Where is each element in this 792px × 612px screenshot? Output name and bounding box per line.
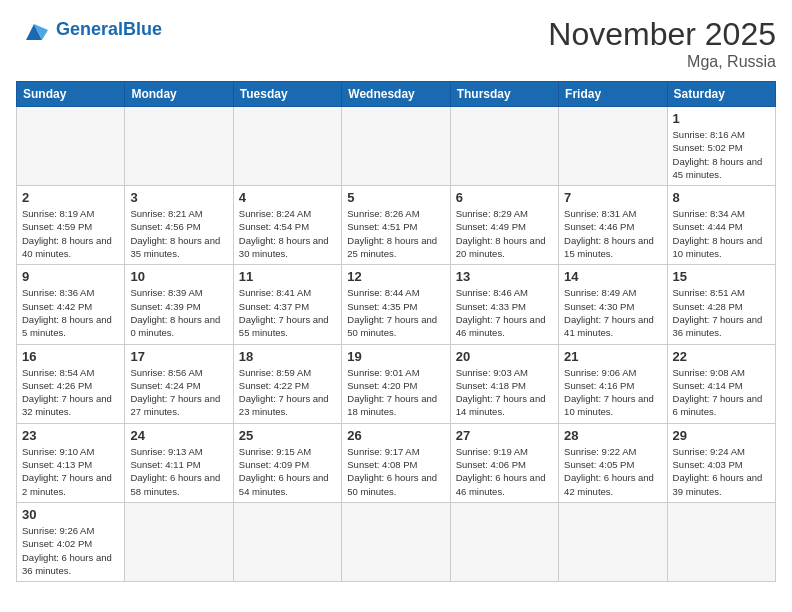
month-year-title: November 2025 bbox=[548, 16, 776, 53]
day-number: 8 bbox=[673, 190, 770, 205]
day-info: Sunrise: 9:13 AM Sunset: 4:11 PM Dayligh… bbox=[130, 445, 227, 498]
day-number: 26 bbox=[347, 428, 444, 443]
day-info: Sunrise: 9:24 AM Sunset: 4:03 PM Dayligh… bbox=[673, 445, 770, 498]
day-number: 28 bbox=[564, 428, 661, 443]
calendar-day: 12Sunrise: 8:44 AM Sunset: 4:35 PM Dayli… bbox=[342, 265, 450, 344]
calendar-day: 13Sunrise: 8:46 AM Sunset: 4:33 PM Dayli… bbox=[450, 265, 558, 344]
header-sunday: Sunday bbox=[17, 82, 125, 107]
day-info: Sunrise: 8:34 AM Sunset: 4:44 PM Dayligh… bbox=[673, 207, 770, 260]
calendar-day: 14Sunrise: 8:49 AM Sunset: 4:30 PM Dayli… bbox=[559, 265, 667, 344]
calendar-day: 28Sunrise: 9:22 AM Sunset: 4:05 PM Dayli… bbox=[559, 423, 667, 502]
calendar-week-row: 30Sunrise: 9:26 AM Sunset: 4:02 PM Dayli… bbox=[17, 502, 776, 581]
calendar-day: 26Sunrise: 9:17 AM Sunset: 4:08 PM Dayli… bbox=[342, 423, 450, 502]
logo-text: GeneralBlue bbox=[56, 20, 162, 40]
day-number: 3 bbox=[130, 190, 227, 205]
calendar-day bbox=[342, 502, 450, 581]
title-block: November 2025 Mga, Russia bbox=[548, 16, 776, 71]
day-info: Sunrise: 8:41 AM Sunset: 4:37 PM Dayligh… bbox=[239, 286, 336, 339]
day-number: 20 bbox=[456, 349, 553, 364]
calendar-day: 24Sunrise: 9:13 AM Sunset: 4:11 PM Dayli… bbox=[125, 423, 233, 502]
calendar-day: 3Sunrise: 8:21 AM Sunset: 4:56 PM Daylig… bbox=[125, 186, 233, 265]
day-number: 1 bbox=[673, 111, 770, 126]
day-info: Sunrise: 8:59 AM Sunset: 4:22 PM Dayligh… bbox=[239, 366, 336, 419]
day-number: 19 bbox=[347, 349, 444, 364]
header-thursday: Thursday bbox=[450, 82, 558, 107]
day-info: Sunrise: 9:03 AM Sunset: 4:18 PM Dayligh… bbox=[456, 366, 553, 419]
calendar-day bbox=[559, 502, 667, 581]
day-info: Sunrise: 9:22 AM Sunset: 4:05 PM Dayligh… bbox=[564, 445, 661, 498]
header-wednesday: Wednesday bbox=[342, 82, 450, 107]
day-number: 5 bbox=[347, 190, 444, 205]
day-info: Sunrise: 9:19 AM Sunset: 4:06 PM Dayligh… bbox=[456, 445, 553, 498]
calendar-day bbox=[450, 107, 558, 186]
calendar-day: 23Sunrise: 9:10 AM Sunset: 4:13 PM Dayli… bbox=[17, 423, 125, 502]
calendar-day: 16Sunrise: 8:54 AM Sunset: 4:26 PM Dayli… bbox=[17, 344, 125, 423]
day-number: 7 bbox=[564, 190, 661, 205]
header-friday: Friday bbox=[559, 82, 667, 107]
logo-icon bbox=[16, 16, 52, 44]
calendar-day: 2Sunrise: 8:19 AM Sunset: 4:59 PM Daylig… bbox=[17, 186, 125, 265]
calendar-day: 18Sunrise: 8:59 AM Sunset: 4:22 PM Dayli… bbox=[233, 344, 341, 423]
calendar-week-row: 1Sunrise: 8:16 AM Sunset: 5:02 PM Daylig… bbox=[17, 107, 776, 186]
calendar-day: 19Sunrise: 9:01 AM Sunset: 4:20 PM Dayli… bbox=[342, 344, 450, 423]
header-saturday: Saturday bbox=[667, 82, 775, 107]
calendar-day: 15Sunrise: 8:51 AM Sunset: 4:28 PM Dayli… bbox=[667, 265, 775, 344]
logo-blue: Blue bbox=[123, 19, 162, 39]
calendar-day bbox=[450, 502, 558, 581]
day-info: Sunrise: 9:26 AM Sunset: 4:02 PM Dayligh… bbox=[22, 524, 119, 577]
day-number: 9 bbox=[22, 269, 119, 284]
day-number: 11 bbox=[239, 269, 336, 284]
calendar-day: 29Sunrise: 9:24 AM Sunset: 4:03 PM Dayli… bbox=[667, 423, 775, 502]
calendar-day: 25Sunrise: 9:15 AM Sunset: 4:09 PM Dayli… bbox=[233, 423, 341, 502]
day-number: 17 bbox=[130, 349, 227, 364]
calendar-day bbox=[342, 107, 450, 186]
calendar-table: Sunday Monday Tuesday Wednesday Thursday… bbox=[16, 81, 776, 582]
day-info: Sunrise: 8:39 AM Sunset: 4:39 PM Dayligh… bbox=[130, 286, 227, 339]
day-info: Sunrise: 9:10 AM Sunset: 4:13 PM Dayligh… bbox=[22, 445, 119, 498]
calendar-day: 6Sunrise: 8:29 AM Sunset: 4:49 PM Daylig… bbox=[450, 186, 558, 265]
calendar-day: 30Sunrise: 9:26 AM Sunset: 4:02 PM Dayli… bbox=[17, 502, 125, 581]
day-number: 14 bbox=[564, 269, 661, 284]
day-info: Sunrise: 8:54 AM Sunset: 4:26 PM Dayligh… bbox=[22, 366, 119, 419]
day-number: 24 bbox=[130, 428, 227, 443]
day-info: Sunrise: 8:29 AM Sunset: 4:49 PM Dayligh… bbox=[456, 207, 553, 260]
day-number: 6 bbox=[456, 190, 553, 205]
day-number: 23 bbox=[22, 428, 119, 443]
calendar-day: 8Sunrise: 8:34 AM Sunset: 4:44 PM Daylig… bbox=[667, 186, 775, 265]
calendar-day bbox=[17, 107, 125, 186]
day-number: 4 bbox=[239, 190, 336, 205]
day-number: 30 bbox=[22, 507, 119, 522]
day-info: Sunrise: 9:15 AM Sunset: 4:09 PM Dayligh… bbox=[239, 445, 336, 498]
calendar-day bbox=[233, 107, 341, 186]
day-number: 16 bbox=[22, 349, 119, 364]
calendar-day bbox=[125, 502, 233, 581]
page-header: GeneralBlue November 2025 Mga, Russia bbox=[16, 16, 776, 71]
calendar-week-row: 2Sunrise: 8:19 AM Sunset: 4:59 PM Daylig… bbox=[17, 186, 776, 265]
calendar-day: 9Sunrise: 8:36 AM Sunset: 4:42 PM Daylig… bbox=[17, 265, 125, 344]
day-number: 21 bbox=[564, 349, 661, 364]
calendar-week-row: 16Sunrise: 8:54 AM Sunset: 4:26 PM Dayli… bbox=[17, 344, 776, 423]
day-number: 2 bbox=[22, 190, 119, 205]
calendar-day: 4Sunrise: 8:24 AM Sunset: 4:54 PM Daylig… bbox=[233, 186, 341, 265]
day-number: 13 bbox=[456, 269, 553, 284]
calendar-day: 21Sunrise: 9:06 AM Sunset: 4:16 PM Dayli… bbox=[559, 344, 667, 423]
day-info: Sunrise: 9:01 AM Sunset: 4:20 PM Dayligh… bbox=[347, 366, 444, 419]
day-info: Sunrise: 8:19 AM Sunset: 4:59 PM Dayligh… bbox=[22, 207, 119, 260]
calendar-day bbox=[559, 107, 667, 186]
logo: GeneralBlue bbox=[16, 16, 162, 44]
calendar-day: 1Sunrise: 8:16 AM Sunset: 5:02 PM Daylig… bbox=[667, 107, 775, 186]
calendar-day: 5Sunrise: 8:26 AM Sunset: 4:51 PM Daylig… bbox=[342, 186, 450, 265]
day-info: Sunrise: 8:51 AM Sunset: 4:28 PM Dayligh… bbox=[673, 286, 770, 339]
day-info: Sunrise: 8:16 AM Sunset: 5:02 PM Dayligh… bbox=[673, 128, 770, 181]
header-tuesday: Tuesday bbox=[233, 82, 341, 107]
location-subtitle: Mga, Russia bbox=[548, 53, 776, 71]
day-number: 15 bbox=[673, 269, 770, 284]
day-info: Sunrise: 8:46 AM Sunset: 4:33 PM Dayligh… bbox=[456, 286, 553, 339]
day-number: 25 bbox=[239, 428, 336, 443]
day-info: Sunrise: 9:08 AM Sunset: 4:14 PM Dayligh… bbox=[673, 366, 770, 419]
calendar-day bbox=[233, 502, 341, 581]
day-number: 18 bbox=[239, 349, 336, 364]
calendar-day bbox=[125, 107, 233, 186]
day-info: Sunrise: 9:06 AM Sunset: 4:16 PM Dayligh… bbox=[564, 366, 661, 419]
day-info: Sunrise: 8:24 AM Sunset: 4:54 PM Dayligh… bbox=[239, 207, 336, 260]
